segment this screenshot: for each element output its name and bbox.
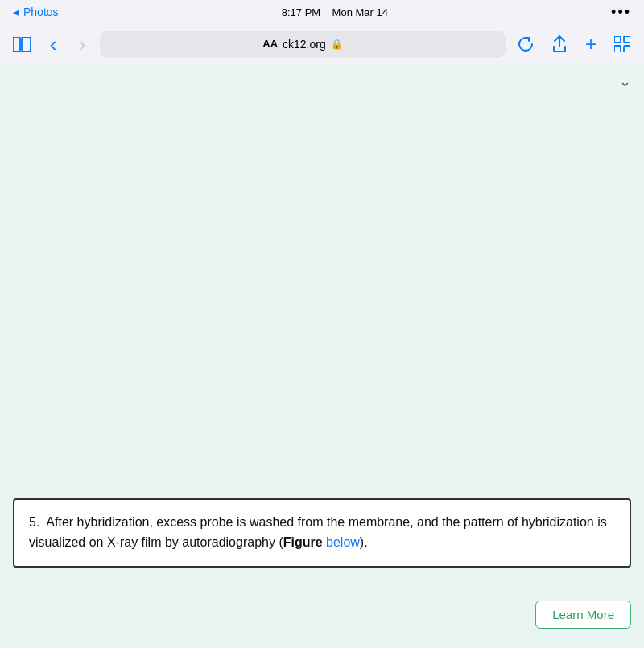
- add-tab-button[interactable]: +: [580, 31, 602, 58]
- status-time: 8:17 PM: [282, 6, 320, 19]
- status-bar-time-date: 8:17 PM Mon Mar 14: [282, 6, 388, 19]
- list-item-5: 5. After hybridization, excess probe is …: [29, 513, 615, 553]
- svg-rect-3: [624, 36, 630, 43]
- tab-switcher-button[interactable]: [609, 31, 636, 58]
- svg-rect-0: [13, 37, 20, 52]
- content-text-box: 5. After hybridization, excess probe is …: [13, 498, 631, 568]
- page-content: ⌄ 5. After hybridization, excess probe i…: [0, 64, 644, 648]
- status-bar-right: •••: [611, 4, 631, 21]
- chevron-down-icon[interactable]: ⌄: [619, 72, 631, 90]
- photos-label[interactable]: Photos: [23, 6, 59, 19]
- svg-rect-4: [614, 46, 621, 52]
- refresh-button[interactable]: [512, 31, 539, 58]
- svg-rect-5: [624, 46, 630, 52]
- close-paren: ).: [360, 535, 368, 549]
- status-bar: ◂ Photos 8:17 PM Mon Mar 14 •••: [0, 0, 644, 24]
- status-bar-left: ◂ Photos: [13, 6, 59, 19]
- lock-icon: 🔒: [331, 39, 343, 50]
- address-bar[interactable]: AA ck12.org 🔒: [100, 31, 506, 58]
- learn-more-button[interactable]: Learn More: [535, 601, 631, 629]
- list-number: 5.: [29, 515, 39, 529]
- photos-back-arrow[interactable]: ◂: [13, 6, 19, 19]
- main-content-area: ⌄ 5. After hybridization, excess probe i…: [0, 64, 644, 648]
- text-size-icon[interactable]: AA: [262, 38, 278, 50]
- figure-bold: Figure: [283, 535, 323, 549]
- browser-back-button[interactable]: ‹: [42, 31, 64, 58]
- below-link[interactable]: below: [326, 535, 360, 549]
- more-dots-icon[interactable]: •••: [611, 4, 631, 21]
- share-button[interactable]: [546, 31, 573, 58]
- browser-nav-bar: ‹ › AA ck12.org 🔒 +: [0, 24, 644, 64]
- svg-rect-2: [614, 36, 621, 43]
- status-date: Mon Mar 14: [332, 6, 388, 19]
- sidebar-toggle-button[interactable]: [8, 31, 35, 58]
- svg-rect-1: [22, 37, 31, 52]
- browser-forward-button[interactable]: ›: [71, 31, 93, 58]
- url-display: ck12.org: [283, 38, 326, 51]
